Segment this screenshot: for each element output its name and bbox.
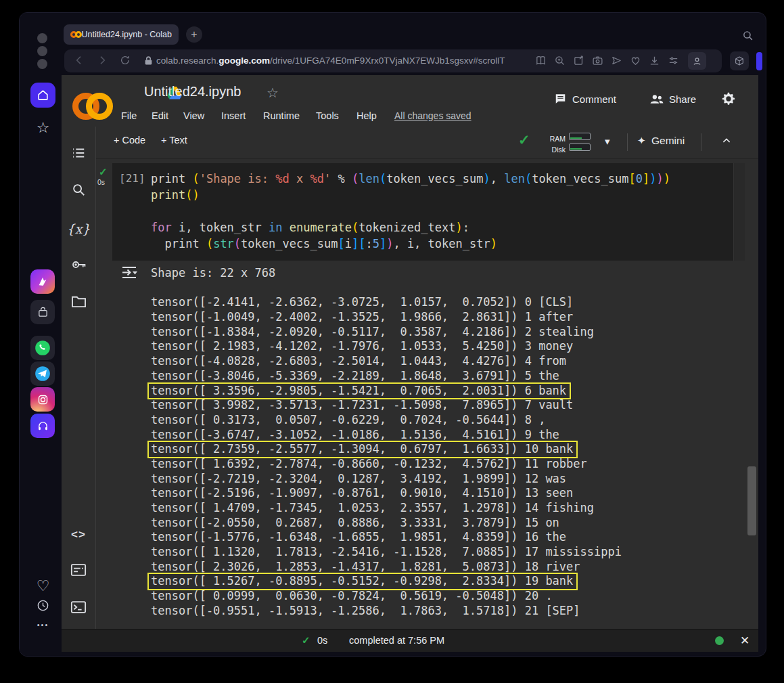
add-text-button[interactable]: + Text bbox=[161, 135, 187, 146]
output-toggle-icon[interactable] bbox=[120, 265, 139, 281]
menu-insert[interactable]: Insert bbox=[221, 110, 246, 122]
disk-usage-bar[interactable] bbox=[569, 144, 591, 151]
menu-help[interactable]: Help bbox=[356, 110, 377, 122]
sidebar-toggle-pill[interactable] bbox=[756, 52, 762, 70]
connected-check-icon: ✓ bbox=[518, 132, 530, 148]
secrets-button[interactable] bbox=[62, 257, 95, 272]
notebook-scrollbar[interactable] bbox=[747, 466, 756, 535]
url-text: colab.research.google.com/drive/1UFGA74E… bbox=[156, 56, 505, 66]
status-message: completed at 7:56 PM bbox=[349, 635, 444, 646]
extensions-button[interactable] bbox=[730, 51, 749, 70]
star-notebook-button[interactable]: ☆ bbox=[267, 85, 279, 101]
gear-icon bbox=[721, 91, 736, 106]
menu-runtime[interactable]: Runtime bbox=[263, 110, 300, 122]
command-palette-button[interactable] bbox=[62, 563, 95, 577]
url-path: /drive/1UFGA74E0mF9Xrx0TVjaNX7EWJb1sgsxv… bbox=[270, 56, 505, 66]
zoom-button[interactable] bbox=[554, 55, 566, 66]
tab-title: Untitled24.ipynb - Colab bbox=[82, 30, 172, 39]
add-code-button[interactable]: + Code bbox=[114, 135, 145, 146]
send-tab-button[interactable] bbox=[611, 55, 622, 66]
pinned-app-headphones[interactable] bbox=[30, 414, 55, 438]
screenshot-button[interactable] bbox=[592, 55, 603, 66]
url-bar[interactable]: colab.research.google.com/drive/1UFGA74E… bbox=[64, 49, 722, 72]
preferences-sliders-button[interactable] bbox=[668, 55, 679, 66]
toolbar-separator bbox=[627, 133, 628, 151]
window-control-dot[interactable] bbox=[37, 33, 47, 43]
reader-mode-button[interactable] bbox=[535, 55, 547, 66]
gemini-button[interactable]: Gemini bbox=[651, 135, 685, 147]
resources-dropdown[interactable]: ▾ bbox=[605, 135, 610, 148]
cell-status-check-icon: ✓ bbox=[99, 166, 108, 178]
variables-button[interactable]: {x} bbox=[62, 221, 95, 236]
colab-sidebar: {x} <> bbox=[62, 127, 96, 652]
new-tab-button[interactable]: + bbox=[186, 26, 202, 43]
pinned-app-instagram[interactable] bbox=[30, 387, 55, 412]
url-prefix: colab.research. bbox=[156, 56, 218, 66]
pinned-app-gradient[interactable] bbox=[30, 269, 55, 294]
menu-file[interactable]: File bbox=[121, 110, 137, 122]
cube-icon bbox=[734, 56, 745, 66]
status-check-icon: ✓ bbox=[302, 634, 310, 646]
edit-page-button[interactable] bbox=[573, 55, 584, 66]
toolbar-separator bbox=[701, 133, 701, 151]
instagram-icon bbox=[37, 394, 49, 405]
comment-icon bbox=[554, 93, 567, 105]
table-of-contents-button[interactable] bbox=[62, 146, 95, 160]
forward-button[interactable] bbox=[97, 55, 108, 66]
lock-icon bbox=[144, 56, 153, 66]
cell-scroll-strip[interactable] bbox=[733, 163, 745, 261]
pinned-app-whatsapp[interactable] bbox=[30, 336, 55, 360]
app-arrow-icon bbox=[37, 276, 48, 287]
browser-search-button[interactable] bbox=[742, 30, 754, 41]
dismiss-status-button[interactable]: ✕ bbox=[740, 634, 750, 648]
clock-icon bbox=[37, 599, 49, 612]
bookmark-heart-button[interactable] bbox=[630, 55, 641, 66]
code-lines[interactable]: print ('Shape is: %d x %d' % (len(token_… bbox=[151, 171, 670, 252]
code-cell[interactable]: [21] print ('Shape is: %d x %d' % (len(t… bbox=[112, 163, 745, 261]
browser-window: ☆ ♡ ••• bbox=[19, 12, 766, 657]
settings-button[interactable] bbox=[721, 91, 736, 106]
cell-exec-time: 0s bbox=[97, 178, 105, 186]
more-button[interactable]: ••• bbox=[30, 613, 55, 638]
comment-button[interactable]: Comment bbox=[572, 93, 616, 105]
ram-usage-bar[interactable] bbox=[569, 133, 591, 140]
headphones-icon bbox=[37, 420, 49, 432]
notebook-title[interactable]: Untitled24.ipynb bbox=[144, 84, 241, 100]
save-status[interactable]: All changes saved bbox=[394, 110, 471, 122]
code-snippets-button[interactable]: <> bbox=[62, 528, 95, 542]
status-exec-time: 0s bbox=[317, 635, 327, 646]
collapse-toolbar-button[interactable] bbox=[721, 135, 732, 146]
telegram-icon bbox=[34, 365, 51, 382]
colab-tab-icon bbox=[70, 30, 77, 39]
menu-edit[interactable]: Edit bbox=[152, 110, 168, 122]
connection-dot bbox=[715, 636, 724, 645]
heart-icon: ♡ bbox=[37, 579, 50, 594]
reload-button[interactable] bbox=[120, 55, 131, 66]
profile-button[interactable] bbox=[688, 52, 706, 70]
menu-tools[interactable]: Tools bbox=[316, 110, 339, 122]
chevron-up-icon bbox=[721, 135, 732, 146]
execution-count: [21] bbox=[119, 172, 145, 185]
home-button[interactable] bbox=[30, 83, 55, 108]
share-icon bbox=[649, 93, 664, 105]
terminal-button[interactable] bbox=[62, 600, 95, 614]
pinned-app-telegram[interactable] bbox=[30, 361, 55, 386]
colab-page: Untitled24.ipynb ☆ File Edit View Insert… bbox=[62, 75, 758, 652]
shopping-bag-icon bbox=[37, 307, 49, 318]
files-button[interactable] bbox=[62, 294, 95, 308]
star-icon: ☆ bbox=[37, 120, 50, 135]
browser-sidebar: ☆ ♡ ••• bbox=[20, 13, 62, 656]
pinned-app-store[interactable] bbox=[30, 300, 55, 324]
execution-status-bar: ✓ 0s completed at 7:56 PM ✕ bbox=[62, 629, 758, 652]
favorites-button[interactable]: ☆ bbox=[30, 115, 55, 140]
downloads-button[interactable] bbox=[649, 55, 660, 66]
browser-tab[interactable]: Untitled24.ipynb - Colab bbox=[64, 24, 179, 45]
back-button[interactable] bbox=[74, 55, 85, 66]
menu-view[interactable]: View bbox=[183, 110, 204, 122]
share-button[interactable]: Share bbox=[669, 93, 696, 105]
find-replace-button[interactable] bbox=[62, 182, 95, 197]
window-control-dot[interactable] bbox=[37, 59, 47, 69]
disk-label: Disk bbox=[544, 143, 566, 155]
window-control-dot[interactable] bbox=[37, 46, 47, 56]
colab-logo bbox=[71, 85, 113, 117]
